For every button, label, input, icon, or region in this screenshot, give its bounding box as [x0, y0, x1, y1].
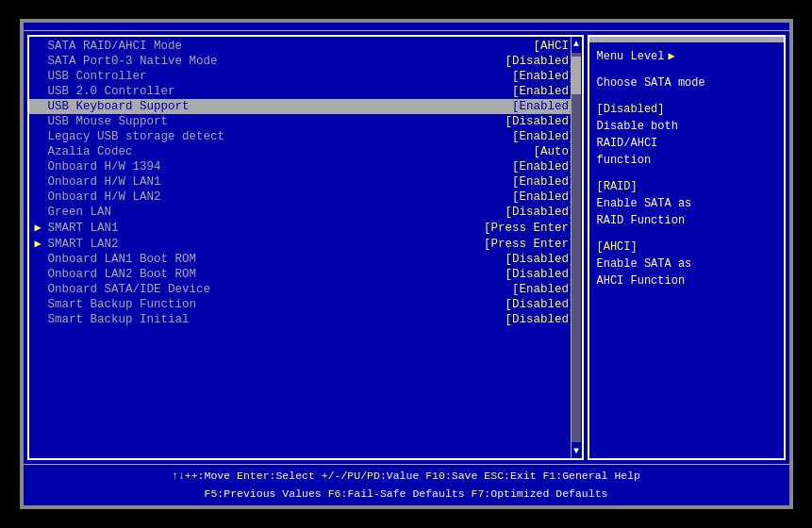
row-value: [Enabled]	[512, 283, 576, 296]
menu-row[interactable]: Onboard H/W LAN1[Enabled]	[29, 174, 582, 190]
footer-text: :General Help	[555, 470, 640, 482]
scroll-down-arrow[interactable]: ▼	[573, 444, 579, 458]
help-section: [Disabled]Disable both RAID/AHCI functio…	[597, 101, 776, 169]
row-value: [Enabled]	[512, 130, 576, 143]
menu-row[interactable]: ▶SMART LAN1[Press Enter]	[29, 220, 582, 236]
row-label: USB Keyboard Support	[48, 100, 508, 113]
menu-row[interactable]: SATA Port0-3 Native Mode[Disabled]	[29, 54, 582, 69]
menu-row[interactable]: Smart Backup Function[Disabled]	[29, 297, 582, 312]
footer-text: :Save	[445, 470, 478, 482]
row-arrow-icon: ▶	[35, 237, 48, 251]
menu-row[interactable]: ▶SMART LAN2[Press Enter]	[29, 236, 582, 252]
row-label: Onboard LAN1 Boot ROM	[48, 253, 502, 266]
help-section-tag: [Disabled]	[597, 101, 776, 118]
row-label: SATA Port0-3 Native Mode	[48, 55, 502, 68]
row-value: [Disabled]	[505, 313, 575, 326]
row-label: Onboard H/W LAN2	[48, 190, 508, 204]
footer-text: :Move	[198, 470, 231, 482]
row-label: Azalia Codec	[48, 145, 530, 158]
menu-row[interactable]: USB Mouse Support[Disabled]	[29, 114, 582, 129]
row-value: [Disabled]	[505, 55, 575, 68]
help-section-text: Disable both RAID/AHCI function	[597, 118, 776, 169]
row-label: Onboard LAN2 Boot ROM	[48, 268, 502, 281]
main-area: SATA RAID/AHCI Mode[AHCI]SATA Port0-3 Na…	[24, 31, 789, 464]
footer-text: :Optimized Defaults	[484, 487, 607, 500]
menu-row[interactable]: Legacy USB storage detect[Enabled]	[29, 129, 582, 144]
row-label: USB Mouse Support	[48, 115, 502, 128]
footer: ↑↓++:Move Enter:Select +/-/PU/PD:Value F…	[24, 464, 789, 505]
footer-key: ESC	[477, 470, 504, 482]
menu-row[interactable]: Onboard LAN1 Boot ROM[Disabled]	[29, 252, 582, 267]
footer-key: Enter	[230, 470, 269, 482]
row-value: [Disabled]	[505, 253, 575, 266]
menu-row[interactable]: Onboard SATA/IDE Device[Enabled]	[29, 282, 582, 297]
row-label: SMART LAN1	[48, 222, 480, 235]
row-value: [Enabled]	[512, 70, 576, 83]
help-section-text: Enable SATA as AHCI Function	[597, 256, 776, 289]
footer-key: ↑↓++	[172, 470, 198, 482]
row-label: SMART LAN2	[48, 238, 480, 251]
menu-row[interactable]: Smart Backup Initial[Disabled]	[29, 312, 582, 327]
row-value: [Enabled]	[512, 190, 576, 204]
menu-row[interactable]: Green LAN[Disabled]	[29, 205, 582, 220]
row-label: Smart Backup Initial	[48, 313, 502, 326]
footer-key: F1	[537, 470, 556, 482]
footer-key: F10	[419, 470, 445, 482]
row-label: Green LAN	[48, 206, 502, 219]
row-label: Legacy USB storage detect	[48, 130, 508, 143]
row-value: [Enabled]	[512, 100, 576, 113]
footer-text: :Exit	[504, 470, 537, 482]
row-label: SATA RAID/AHCI Mode	[48, 40, 530, 53]
right-panel: Menu Level ▶Choose SATA mode[Disabled]Di…	[588, 35, 786, 460]
bios-screen: SATA RAID/AHCI Mode[AHCI]SATA Port0-3 Na…	[20, 19, 793, 509]
row-value: [Disabled]	[505, 206, 575, 219]
row-value: [Enabled]	[512, 85, 576, 98]
row-value: [Enabled]	[512, 175, 576, 189]
menu-row[interactable]: Onboard LAN2 Boot ROM[Disabled]	[29, 267, 582, 282]
scroll-up-arrow[interactable]: ▲	[573, 37, 579, 51]
menu-items: SATA RAID/AHCI Mode[AHCI]SATA Port0-3 Na…	[29, 37, 582, 458]
menu-row[interactable]: Azalia Codec[Auto]	[29, 144, 582, 159]
row-label: Smart Backup Function	[48, 298, 502, 311]
menu-row[interactable]: Onboard H/W 1394[Enabled]	[29, 159, 582, 174]
help-section-tag: [RAID]	[597, 178, 776, 195]
help-content: Menu Level ▶Choose SATA mode[Disabled]Di…	[589, 42, 784, 458]
footer-key: F7	[465, 487, 485, 500]
row-value: [Press Enter]	[484, 222, 576, 235]
help-section-tag: [AHCI]	[597, 239, 776, 256]
help-section: [RAID]Enable SATA as RAID Function	[597, 178, 776, 229]
footer-key: +/-/PU/PD	[315, 470, 380, 482]
footer-line1: ↑↓++:Move Enter:Select +/-/PU/PD:Value F…	[29, 468, 784, 485]
row-value: [Disabled]	[505, 115, 575, 128]
footer-text: :Previous Values	[217, 487, 321, 500]
row-label: Onboard H/W 1394	[48, 160, 508, 173]
row-value: [Enabled]	[512, 160, 576, 173]
help-choose-label: Choose SATA mode	[597, 74, 776, 91]
row-label: USB Controller	[48, 70, 508, 83]
footer-key: F5	[205, 487, 218, 500]
footer-text: :Select	[270, 470, 315, 482]
footer-key: F6	[322, 487, 341, 500]
title-bar	[24, 23, 789, 31]
menu-row[interactable]: Onboard H/W LAN2[Enabled]	[29, 190, 582, 205]
footer-text: :Value	[380, 470, 419, 482]
row-value: [Disabled]	[505, 298, 575, 311]
menu-level-label: Menu Level	[597, 48, 665, 65]
menu-row[interactable]: USB Controller[Enabled]	[29, 69, 582, 84]
menu-row[interactable]: USB Keyboard Support[Enabled]	[29, 99, 582, 114]
menu-row[interactable]: SATA RAID/AHCI Mode[AHCI]	[29, 39, 582, 54]
row-label: Onboard SATA/IDE Device	[48, 283, 508, 296]
menu-row[interactable]: USB 2.0 Controller[Enabled]	[29, 84, 582, 99]
scroll-track	[572, 53, 581, 442]
row-label: Onboard H/W LAN1	[48, 175, 508, 189]
footer-text: :Fail-Safe Defaults	[340, 487, 464, 500]
menu-level-row: Menu Level ▶	[597, 48, 776, 65]
scrollbar[interactable]: ▲ ▼	[571, 37, 582, 458]
footer-line2: F5:Previous Values F6:Fail-Safe Defaults…	[29, 486, 784, 503]
scroll-thumb[interactable]	[572, 57, 581, 94]
left-panel: SATA RAID/AHCI Mode[AHCI]SATA Port0-3 Na…	[27, 35, 584, 460]
row-label: USB 2.0 Controller	[48, 85, 508, 98]
row-value: [Press Enter]	[484, 238, 576, 251]
row-arrow-icon: ▶	[35, 221, 48, 235]
menu-level-arrow-icon: ▶	[669, 48, 675, 65]
